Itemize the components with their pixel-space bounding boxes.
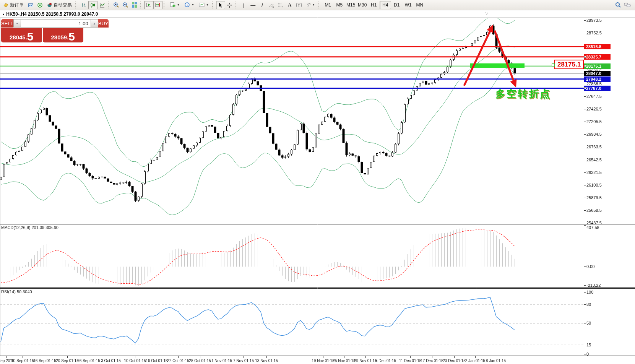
- main-toolbar: 新订单 自动交易: [0, 0, 635, 10]
- chat-button[interactable]: [623, 1, 632, 9]
- chevron-down-icon: ▼: [177, 4, 180, 6]
- new-order-button[interactable]: 新订单: [1, 1, 26, 9]
- toolbar-grip: [212, 2, 215, 8]
- svg-text:F: F: [282, 6, 283, 8]
- label-icon: T: [296, 2, 302, 8]
- buy-price-main: 28059: [51, 34, 67, 42]
- svg-text:T: T: [298, 3, 300, 7]
- volume-input[interactable]: [21, 19, 91, 28]
- text-button[interactable]: A: [285, 1, 294, 9]
- timeframe-m1[interactable]: M1: [322, 1, 334, 9]
- equidistant-channel-button[interactable]: E: [267, 1, 276, 9]
- bar-chart-icon: [81, 2, 87, 8]
- periods-button[interactable]: ▼: [182, 1, 197, 9]
- crosshair-icon: [227, 2, 232, 8]
- timeframe-w1[interactable]: W1: [403, 1, 414, 9]
- label-button[interactable]: T: [294, 1, 304, 9]
- timeframe-h4[interactable]: H4: [380, 1, 391, 9]
- chart-canvas[interactable]: [0, 0, 635, 364]
- toolbar-grip: [140, 2, 143, 8]
- templates-icon: [199, 2, 205, 8]
- chart-annotation-text[interactable]: 多空转折点: [495, 87, 551, 101]
- svg-text:E: E: [273, 6, 274, 8]
- autotrading-button[interactable]: 自动交易: [44, 1, 74, 9]
- symbol-info: ▲ HK50-,H4 28150.5 28150.5 27993.0 28047…: [2, 11, 98, 17]
- sell-button[interactable]: SELL: [1, 19, 13, 28]
- zoom-in-icon: [113, 2, 119, 8]
- timeframe-m30[interactable]: M30: [357, 1, 368, 9]
- fibonacci-button[interactable]: F: [276, 1, 285, 9]
- cursor-icon: [218, 2, 223, 8]
- chevron-down-icon: ▼: [312, 4, 315, 6]
- auto-scroll-button[interactable]: [144, 1, 153, 9]
- toolbar-grip: [108, 2, 110, 8]
- tile-windows-button[interactable]: [130, 1, 139, 9]
- expert-advisors-icon: [37, 2, 43, 8]
- search-icon: [615, 2, 621, 8]
- sell-price[interactable]: 28045.5: [1, 28, 42, 42]
- price-callout-label[interactable]: 28175.1: [554, 60, 584, 69]
- vertical-line-button[interactable]: |: [239, 1, 248, 9]
- toolbar-grip: [318, 2, 321, 8]
- chart-window-button[interactable]: [26, 1, 35, 9]
- toolbar-grip: [164, 2, 166, 8]
- timeframe-group: M1M5M15M30H1H4D1W1MN: [322, 1, 425, 9]
- cursor-button[interactable]: [216, 1, 225, 9]
- bar-chart-button[interactable]: [79, 1, 88, 9]
- buy-button[interactable]: BUY: [98, 19, 109, 28]
- fibonacci-icon: F: [278, 2, 284, 8]
- terminal-window: 新订单 自动交易: [0, 0, 635, 364]
- candlestick-chart-icon: [90, 2, 96, 8]
- equidistant-channel-icon: E: [268, 2, 274, 8]
- line-chart-button[interactable]: [97, 1, 107, 9]
- new-order-icon: [3, 2, 9, 8]
- timeframe-m5[interactable]: M5: [334, 1, 345, 9]
- expert-advisors-button[interactable]: [35, 1, 44, 9]
- candlestick-chart-button[interactable]: [88, 1, 97, 9]
- volume-decrease-button[interactable]: ▼: [13, 19, 21, 28]
- volume-increase-button[interactable]: ▲: [91, 19, 98, 28]
- chat-icon: [624, 2, 631, 8]
- horizontal-line-button[interactable]: —: [248, 1, 258, 9]
- timeframe-h1[interactable]: H1: [368, 1, 380, 9]
- indicators-button[interactable]: ▼: [167, 1, 182, 9]
- one-click-trading-panel: SELL ▼ ▲ BUY 28045.5 28059.5: [1, 19, 83, 42]
- chart-shift-marker-icon[interactable]: ▽: [485, 11, 488, 16]
- volume-group: ▼ ▲: [13, 19, 98, 28]
- templates-button[interactable]: ▼: [197, 1, 211, 9]
- timeframe-m15[interactable]: M15: [345, 1, 357, 9]
- indicators-icon: [170, 2, 176, 8]
- zoom-in-button[interactable]: [112, 1, 121, 9]
- new-order-label: 新订单: [10, 2, 24, 8]
- chart-shift-icon: [155, 2, 161, 8]
- search-button[interactable]: [614, 1, 623, 9]
- buy-price[interactable]: 28059.5: [43, 28, 84, 42]
- zoom-out-button[interactable]: [121, 1, 130, 9]
- timeframe-d1[interactable]: D1: [391, 1, 403, 9]
- tile-windows-icon: [132, 2, 138, 8]
- chevron-down-icon: ▼: [192, 4, 194, 6]
- zoom-out-icon: [122, 2, 128, 8]
- toolbar-grip: [75, 2, 78, 8]
- arrows-button[interactable]: ▼: [304, 1, 317, 9]
- periods-clock-icon: [184, 2, 190, 8]
- arrows-icon: [306, 2, 311, 8]
- buy-price-pip: 5: [68, 31, 75, 42]
- sell-price-pip: 5: [27, 31, 34, 42]
- line-chart-icon: [99, 2, 105, 8]
- symbol-ohlc-text: HK50-,H4 28150.5 28150.5 27993.0 28047.0: [6, 11, 98, 17]
- toolbar-right-group: [614, 1, 632, 9]
- autotrading-icon: [47, 2, 52, 8]
- chart-window-icon: [28, 2, 34, 8]
- chart-shift-button[interactable]: [153, 1, 162, 9]
- tick-up-icon: ▲: [2, 13, 5, 16]
- auto-scroll-icon: [146, 2, 152, 8]
- chevron-down-icon: ▼: [206, 4, 209, 6]
- trendline-button[interactable]: /: [258, 1, 267, 9]
- crosshair-button[interactable]: [225, 1, 234, 9]
- timeframe-mn[interactable]: MN: [414, 1, 425, 9]
- autotrading-label: 自动交易: [54, 2, 72, 8]
- toolbar-grip: [235, 2, 238, 8]
- sell-price-main: 28045: [10, 34, 26, 42]
